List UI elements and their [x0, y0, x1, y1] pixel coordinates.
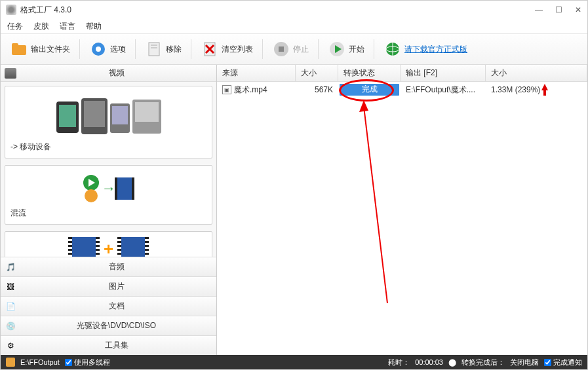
- sidebar-header-label: 视频: [20, 67, 212, 79]
- elapsed-label: 耗时：: [388, 358, 410, 367]
- output-folder-label: 输出文件夹: [31, 44, 70, 55]
- th-size[interactable]: 大小: [296, 65, 338, 81]
- sidebar-scroll[interactable]: -> 移动设备 → 混流 +: [1, 82, 216, 257]
- cell-size: 567K: [296, 85, 338, 94]
- sidebar-header-video[interactable]: 视频: [1, 65, 216, 82]
- notify-check-input[interactable]: [544, 359, 551, 366]
- toolbar-separator: [135, 39, 136, 59]
- elapsed-value: 00:00:03: [415, 358, 443, 366]
- card-join[interactable]: +: [5, 231, 212, 257]
- remove-button[interactable]: 移除: [141, 37, 186, 61]
- category-tools-label: 工具集: [20, 340, 212, 351]
- menu-task[interactable]: 任务: [7, 21, 23, 32]
- drive-icon: 💿: [5, 320, 16, 332]
- toolbar-separator: [79, 39, 80, 59]
- download-link-label: 请下载官方正式版: [404, 44, 467, 55]
- mux-icon: →: [10, 171, 206, 204]
- options-button[interactable]: 选项: [85, 37, 130, 61]
- th-source[interactable]: 来源: [217, 65, 296, 81]
- after-value[interactable]: 关闭电脑: [510, 358, 539, 367]
- table-row[interactable]: ▣ 魔术.mp4 567K 完成 E:\FFOutput\魔术.... 1.33…: [217, 82, 587, 98]
- statusbar-folder-icon[interactable]: [6, 358, 15, 367]
- clear-label: 清空列表: [222, 44, 253, 55]
- video-category-icon: [5, 68, 16, 79]
- th-status[interactable]: 转换状态: [338, 65, 401, 81]
- annotation-arrow: [355, 100, 394, 310]
- category-audio-label: 音频: [20, 261, 212, 272]
- svg-line-32: [364, 107, 387, 303]
- notify-label: 完成通知: [553, 358, 582, 367]
- clear-list-button[interactable]: 清空列表: [197, 37, 257, 61]
- category-picture-label: 图片: [20, 281, 212, 292]
- file-icon: ▣: [222, 85, 231, 94]
- join-icon: +: [10, 237, 206, 257]
- svg-rect-22: [112, 106, 128, 124]
- clear-icon: [201, 40, 219, 58]
- window-title: 格式工厂 4.3.0: [20, 5, 535, 16]
- svg-text:→: →: [102, 180, 116, 196]
- stop-button[interactable]: 停止: [268, 37, 313, 61]
- cell-out-size: 1.33M (239%): [486, 84, 587, 96]
- multithread-checkbox[interactable]: 使用多线程: [65, 358, 110, 367]
- sidebar: 视频 -> 移动设备: [1, 65, 217, 355]
- options-icon: [89, 40, 108, 58]
- category-picture[interactable]: 🖼 图片: [1, 276, 216, 296]
- card-mobile-label: -> 移动设备: [10, 141, 206, 153]
- category-document[interactable]: 📄 文档: [1, 296, 216, 316]
- remove-label: 移除: [166, 44, 182, 55]
- menubar: 任务 皮肤 语言 帮助: [1, 19, 587, 33]
- card-mux-label: 混流: [10, 208, 206, 219]
- table-body: ▣ 魔术.mp4 567K 完成 E:\FFOutput\魔术.... 1.33…: [217, 82, 587, 355]
- cell-source-text: 魔术.mp4: [234, 84, 267, 96]
- stop-label: 停止: [293, 44, 309, 55]
- svg-rect-18: [59, 105, 76, 127]
- start-button[interactable]: 开始: [324, 37, 368, 61]
- category-audio[interactable]: 🎵 音频: [1, 257, 216, 276]
- close-button[interactable]: ✕: [574, 6, 582, 14]
- card-mobile-device[interactable]: -> 移动设备: [5, 86, 212, 158]
- svg-rect-31: [132, 177, 134, 200]
- globe-icon: [383, 40, 402, 58]
- cell-output: E:\FFOutput\魔术....: [401, 84, 486, 96]
- svg-rect-30: [115, 177, 117, 200]
- remove-icon: [145, 40, 163, 58]
- svg-rect-20: [84, 101, 105, 127]
- svg-rect-4: [149, 43, 159, 56]
- category-drive[interactable]: 💿 光驱设备\DVD\CD\ISO: [1, 316, 216, 335]
- svg-rect-1: [12, 43, 18, 47]
- category-tools[interactable]: ⚙ 工具集: [1, 335, 216, 355]
- main-panel: 来源 大小 转换状态 输出 [F2] 大小 ▣ 魔术.mp4 567K 完成 E…: [217, 65, 587, 355]
- output-path[interactable]: E:\FFOutput: [20, 358, 60, 366]
- multithread-check-input[interactable]: [65, 359, 72, 366]
- status-badge-done: 完成: [340, 84, 399, 96]
- toolbar-separator: [262, 39, 263, 59]
- th-output[interactable]: 输出 [F2]: [401, 65, 486, 81]
- tools-icon: ⚙: [5, 340, 16, 352]
- table-header: 来源 大小 转换状态 输出 [F2] 大小: [217, 65, 587, 82]
- svg-point-27: [85, 189, 98, 202]
- start-label: 开始: [349, 44, 364, 55]
- download-link-button[interactable]: 请下载官方正式版: [380, 37, 471, 61]
- picture-icon: 🖼: [5, 281, 16, 293]
- maximize-button[interactable]: ☐: [555, 6, 562, 14]
- menu-language[interactable]: 语言: [60, 21, 75, 32]
- menu-help[interactable]: 帮助: [86, 21, 102, 32]
- menu-skin[interactable]: 皮肤: [33, 21, 49, 32]
- start-icon: [328, 40, 346, 58]
- minimize-button[interactable]: ―: [535, 6, 543, 14]
- toolbar-separator: [374, 39, 374, 59]
- svg-point-3: [96, 46, 101, 52]
- app-icon: [6, 5, 16, 15]
- mobile-devices-icon: [10, 92, 206, 138]
- size-increase-icon: [541, 84, 548, 96]
- category-document-label: 文档: [20, 301, 212, 312]
- content-area: 视频 -> 移动设备: [1, 65, 587, 355]
- card-mux[interactable]: → 混流: [5, 165, 212, 225]
- multithread-label: 使用多线程: [74, 358, 110, 367]
- output-folder-button[interactable]: 输出文件夹: [6, 37, 74, 61]
- svg-marker-33: [359, 100, 368, 112]
- status-dot-icon: ⬤: [448, 358, 456, 367]
- notify-checkbox[interactable]: 完成通知: [544, 358, 582, 367]
- th-out-size[interactable]: 大小: [486, 65, 587, 81]
- toolbar-separator: [191, 39, 191, 59]
